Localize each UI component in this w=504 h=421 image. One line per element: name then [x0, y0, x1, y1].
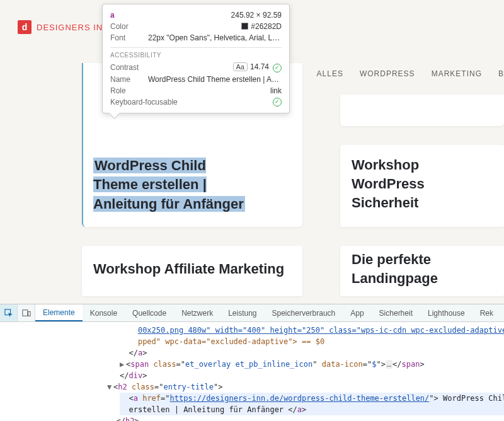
devtools-tab-application[interactable]: App: [343, 304, 371, 321]
device-icon: [22, 309, 31, 318]
devtools-tabbar: Elemente Konsole Quellcode Netzwerk Leis…: [0, 304, 504, 322]
devtools-tab-console[interactable]: Konsole: [83, 304, 125, 321]
tooltip-role-value: link: [146, 86, 282, 95]
tooltip-keyboard-focusable-label: Keyboard-focusable: [110, 98, 269, 107]
post-card: Workshop WordPress Sicherheit: [340, 145, 504, 227]
tooltip-font-label: Font: [110, 33, 146, 42]
device-toggle-button[interactable]: [18, 304, 35, 322]
post-card: [340, 95, 504, 126]
devtools-tab-lighthouse[interactable]: Lighthouse: [420, 304, 472, 321]
check-icon: [273, 64, 282, 72]
devtools-tab-performance[interactable]: Leistung: [220, 304, 264, 321]
devtools-tab-network[interactable]: Netzwerk: [174, 304, 220, 321]
logo-mark: d: [18, 20, 32, 34]
tooltip-dimensions: 245.92 × 92.59: [231, 11, 282, 20]
svg-rect-2: [28, 311, 30, 316]
color-swatch-icon: [241, 23, 248, 30]
devtools-tab-elements[interactable]: Elemente: [35, 304, 83, 321]
post-title[interactable]: Workshop WordPress Sicherheit: [352, 156, 493, 212]
logo-text: DESIGNERS INN: [37, 23, 110, 32]
tooltip-name-label: Name: [110, 75, 146, 84]
inspector-tooltip: a 245.92 × 92.59 Color #26282D Font 22px…: [102, 4, 290, 113]
nav-item-marketing[interactable]: MARKETING: [432, 69, 482, 78]
tooltip-contrast-label: Contrast: [110, 63, 146, 72]
tooltip-name-value: WordPress Child Theme erstellen | A…: [146, 75, 282, 84]
nav-item-b[interactable]: B: [498, 69, 504, 78]
tooltip-color-value: #26282D: [146, 22, 282, 31]
devtools-tab-security[interactable]: Sicherheit: [372, 304, 420, 321]
main-nav: ALLES WORDPRESS MARKETING B: [317, 69, 504, 78]
devtools-tab-recorder[interactable]: Rek: [472, 304, 501, 321]
page-root: d DESIGNERS INN ALLES WORDPRESS MARKETIN…: [0, 0, 504, 421]
devtools-tab-memory[interactable]: Speicherverbrauch: [265, 304, 343, 321]
inspect-icon: [4, 309, 13, 318]
devtools-tab-sources[interactable]: Quellcode: [125, 304, 174, 321]
devtools-dom-tree[interactable]: 00x250.png 480w" width="400" height="250…: [0, 322, 504, 421]
post-title[interactable]: Workshop Affiliate Marketing: [93, 260, 284, 279]
site-logo[interactable]: d DESIGNERS INN: [18, 20, 110, 34]
nav-item-alles[interactable]: ALLES: [317, 69, 343, 78]
inspect-element-button[interactable]: [0, 304, 18, 322]
svg-rect-1: [22, 309, 27, 316]
tooltip-accessibility-heading: ACCESSIBILITY: [110, 50, 282, 61]
contrast-aa-badge: Aa: [233, 62, 248, 71]
tooltip-role-label: Role: [110, 86, 146, 95]
tooltip-contrast-value: Aa14.74: [146, 62, 282, 72]
post-card: Workshop Affiliate Marketing: [82, 246, 302, 296]
tooltip-font-value: 22px "Open Sans", Helvetica, Arial, Lu…: [146, 33, 282, 42]
tooltip-tag: a: [110, 11, 115, 20]
devtools-panel: Elemente Konsole Quellcode Netzwerk Leis…: [0, 304, 504, 421]
post-title[interactable]: Die perfekte Landingpage: [352, 250, 493, 287]
nav-item-wordpress[interactable]: WORDPRESS: [360, 69, 415, 78]
tooltip-color-label: Color: [110, 22, 146, 31]
check-icon: [273, 98, 282, 107]
post-card: Die perfekte Landingpage: [340, 246, 504, 296]
post-title-link[interactable]: WordPress Child Theme erstellen | Anleit…: [93, 158, 245, 212]
